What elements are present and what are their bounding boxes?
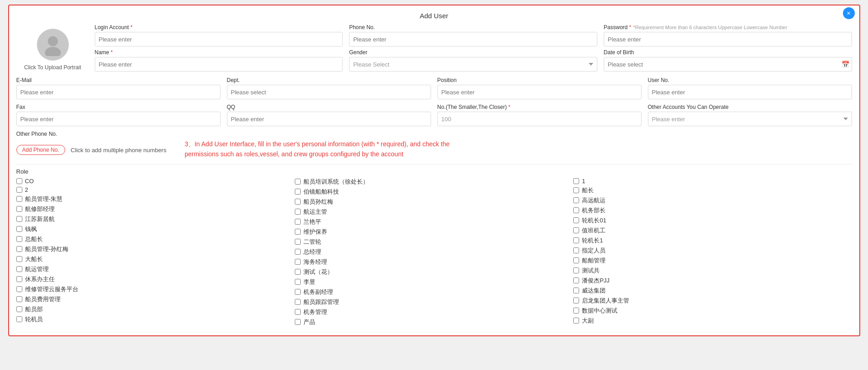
role-item: 数据中心测试 <box>573 307 852 315</box>
dob-field: Date of Birth 📅 <box>604 49 852 72</box>
role-checkbox[interactable] <box>573 178 579 184</box>
dept-input[interactable] <box>227 85 431 99</box>
role-item-label: 李昱 <box>303 278 315 286</box>
fax-input[interactable] <box>16 112 221 126</box>
role-checkbox[interactable] <box>295 199 301 205</box>
role-checkbox[interactable] <box>573 197 579 203</box>
password-input[interactable] <box>604 32 852 46</box>
phone-no-field: Phone No. <box>349 24 597 46</box>
dob-input[interactable] <box>604 57 852 72</box>
role-checkbox[interactable] <box>573 298 579 303</box>
role-checkbox[interactable] <box>295 249 301 255</box>
dept-field: Dept. <box>227 77 431 99</box>
role-checkbox[interactable] <box>295 209 301 215</box>
role-checkbox[interactable] <box>295 269 301 275</box>
gender-field: Gender Please Select Male Female <box>349 49 597 72</box>
role-checkbox[interactable] <box>16 206 22 212</box>
role-checkbox[interactable] <box>16 216 22 222</box>
avatar-label[interactable]: Click To Upload Portrait <box>24 64 81 71</box>
role-checkbox[interactable] <box>295 259 301 265</box>
role-item: 航修部经理 <box>16 205 295 213</box>
email-field: E-Mail <box>16 77 221 99</box>
role-label: Role <box>16 168 852 175</box>
role-item: 航运主管 <box>295 208 573 216</box>
role-item: 船员部 <box>16 305 295 313</box>
role-checkbox[interactable] <box>16 178 22 184</box>
name-input[interactable] <box>95 57 343 72</box>
role-checkbox[interactable] <box>573 187 579 193</box>
name-label: Name * <box>95 49 343 56</box>
role-checkbox[interactable] <box>16 276 22 282</box>
role-checkbox[interactable] <box>573 217 579 223</box>
role-item-label: 船员孙红梅 <box>303 198 333 206</box>
role-checkbox[interactable] <box>16 316 22 322</box>
role-item-label: 启龙集团人事主管 <box>582 297 629 305</box>
qq-field: QQ <box>227 104 431 126</box>
role-checkbox[interactable] <box>295 279 301 285</box>
role-column-2: 船员培训系统（徐处长）伯镜船舶科技船员孙红梅航运主管兰艳平维护保养二管轮总经理海… <box>295 178 573 326</box>
dob-input-wrapper: 📅 <box>604 57 852 72</box>
role-checkbox[interactable] <box>573 288 579 293</box>
role-checkbox[interactable] <box>573 267 579 273</box>
role-item-label: 船员管理-朱慧 <box>25 195 62 203</box>
role-checkbox[interactable] <box>295 239 301 245</box>
email-input[interactable] <box>16 85 221 99</box>
role-item: 1 <box>573 178 852 185</box>
role-item-label: 总经理 <box>303 248 321 256</box>
role-checkbox[interactable] <box>295 179 301 185</box>
phone-no-input[interactable] <box>349 32 597 46</box>
role-item: 潘俊杰PJJ <box>573 277 852 285</box>
role-checkbox[interactable] <box>16 266 22 272</box>
role-item-label: 轮机长1 <box>582 236 603 245</box>
role-checkbox[interactable] <box>573 308 579 313</box>
role-item-label: 2 <box>25 186 28 193</box>
main-fields-grid: Login Account * Phone No. Password **Req… <box>95 24 852 72</box>
other-accounts-select[interactable]: Please enter <box>648 112 852 126</box>
qq-label: QQ <box>227 104 431 110</box>
password-field: Password **Requirement More than 6 chara… <box>604 24 852 46</box>
role-checkbox[interactable] <box>16 226 22 232</box>
gender-select[interactable]: Please Select Male Female <box>349 57 597 72</box>
role-checkbox[interactable] <box>16 236 22 242</box>
role-checkbox[interactable] <box>16 187 22 193</box>
position-input[interactable] <box>437 85 642 99</box>
role-checkbox[interactable] <box>295 229 301 235</box>
role-checkbox[interactable] <box>573 227 579 233</box>
login-account-input[interactable] <box>95 32 343 46</box>
role-checkbox[interactable] <box>573 237 579 243</box>
role-checkbox[interactable] <box>295 319 301 325</box>
role-item-label: 1 <box>582 178 585 185</box>
svg-point-1 <box>45 47 61 56</box>
role-checkbox[interactable] <box>573 278 579 283</box>
no-smaller-input[interactable] <box>437 112 642 126</box>
role-checkbox[interactable] <box>16 246 22 252</box>
qq-input[interactable] <box>227 112 431 126</box>
user-no-input[interactable] <box>648 85 852 99</box>
role-checkbox[interactable] <box>573 207 579 213</box>
role-item-label: 伯镜船舶科技 <box>303 188 339 196</box>
add-phone-button[interactable]: Add Phone No. <box>16 145 65 155</box>
role-checkbox[interactable] <box>573 318 579 324</box>
fax-field: Fax <box>16 104 221 126</box>
role-item: 机务副经理 <box>295 288 573 296</box>
role-checkbox[interactable] <box>295 309 301 315</box>
avatar-image[interactable] <box>37 29 69 61</box>
role-checkbox[interactable] <box>573 257 579 263</box>
role-item-label: 船舶管理 <box>582 257 606 265</box>
role-checkbox[interactable] <box>295 189 301 195</box>
role-checkbox[interactable] <box>573 247 579 253</box>
role-checkbox[interactable] <box>16 256 22 262</box>
role-item-label: 维护保养 <box>303 228 327 236</box>
role-item: 测试共 <box>573 267 852 275</box>
close-button[interactable]: × <box>843 7 855 19</box>
role-checkbox[interactable] <box>295 289 301 295</box>
add-phone-hint: Click to add multiple phone numbers <box>71 147 166 154</box>
role-checkbox[interactable] <box>295 219 301 225</box>
role-checkbox[interactable] <box>16 306 22 312</box>
role-checkbox[interactable] <box>16 286 22 292</box>
role-checkbox[interactable] <box>16 196 22 202</box>
role-column-3: 1船长高远航运机务部长轮机长01值班机工轮机长1指定人员船舶管理测试共潘俊杰PJ… <box>573 178 852 326</box>
role-item: 船员培训系统（徐处长） <box>295 178 573 186</box>
role-checkbox[interactable] <box>295 299 301 305</box>
role-checkbox[interactable] <box>16 296 22 302</box>
